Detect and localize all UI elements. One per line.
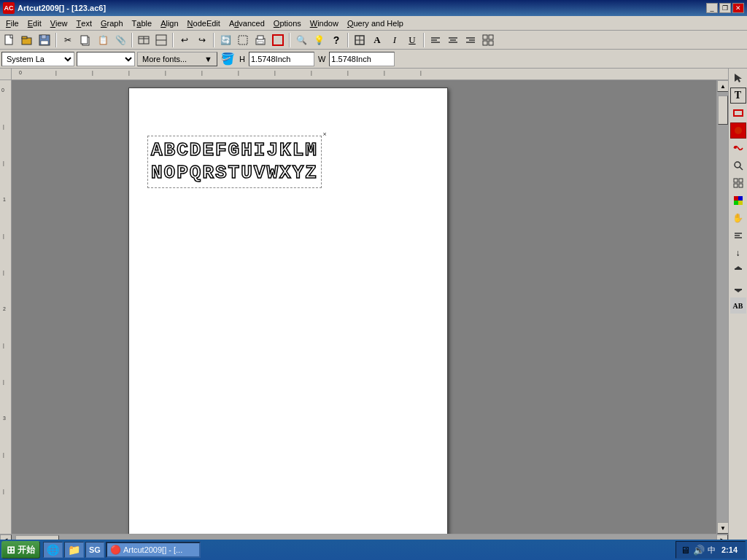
rotate-button[interactable]: 🔄 bbox=[217, 32, 233, 48]
start-label: 开始 bbox=[18, 544, 35, 556]
align-right-button[interactable] bbox=[462, 32, 479, 48]
underline-button[interactable]: U bbox=[404, 32, 420, 48]
select-button[interactable] bbox=[352, 32, 368, 48]
red-tool-button[interactable] bbox=[730, 122, 746, 139]
italic-button[interactable]: I bbox=[387, 32, 403, 48]
zoom-tool-button[interactable] bbox=[730, 158, 746, 174]
cut2-button[interactable] bbox=[270, 32, 286, 48]
more-fonts-button[interactable]: More fonts... ▼ bbox=[137, 52, 217, 66]
copy-button[interactable] bbox=[77, 32, 93, 48]
restore-button[interactable]: ❐ bbox=[719, 3, 731, 13]
taskbar-sg[interactable]: SG bbox=[85, 542, 104, 558]
svg-rect-13 bbox=[239, 36, 247, 44]
toolbar-sep1 bbox=[55, 33, 57, 47]
menu-file[interactable]: File bbox=[1, 16, 23, 30]
svg-marker-52 bbox=[735, 266, 741, 268]
align-center-button[interactable] bbox=[445, 32, 461, 48]
artcut-label: Artcut2009[] - [... bbox=[123, 545, 182, 554]
open-button[interactable] bbox=[19, 32, 35, 48]
svg-rect-17 bbox=[273, 35, 283, 45]
help-button[interactable]: ? bbox=[328, 32, 344, 48]
font-size-select[interactable] bbox=[77, 52, 135, 66]
svg-rect-45 bbox=[738, 196, 743, 201]
svg-rect-33 bbox=[489, 41, 493, 45]
paste2-button[interactable]: 📎 bbox=[112, 32, 128, 48]
text-tool-button[interactable]: T bbox=[730, 88, 746, 104]
align-left-button[interactable] bbox=[427, 32, 444, 48]
network-icon[interactable]: 🖥 bbox=[681, 545, 690, 556]
vscroll-thumb[interactable] bbox=[718, 96, 728, 125]
svg-rect-5 bbox=[41, 41, 48, 44]
menu-edit[interactable]: Edit bbox=[23, 16, 46, 30]
new-button[interactable] bbox=[1, 32, 18, 48]
svg-rect-41 bbox=[739, 179, 743, 182]
down-tool-button[interactable]: ↓ bbox=[730, 245, 746, 261]
vscroll-down-arrow[interactable]: ▼ bbox=[717, 522, 728, 534]
paint-bucket-button[interactable]: 🪣 bbox=[220, 51, 236, 67]
font-bold-button[interactable]: A bbox=[369, 32, 385, 48]
vscroll-track[interactable] bbox=[717, 92, 728, 522]
menu-text[interactable]: Text bbox=[72, 16, 96, 30]
menu-query[interactable]: Query and Help bbox=[343, 16, 408, 30]
menu-table[interactable]: Table bbox=[128, 16, 157, 30]
cut-button[interactable]: ✂ bbox=[60, 32, 76, 48]
canvas-area[interactable]: ABCDEFGHIJKLM NOPQRSTUVWXYZ × bbox=[12, 80, 716, 534]
menu-align[interactable]: Align bbox=[156, 16, 182, 30]
taskbar-ie[interactable]: 🌐 bbox=[43, 542, 63, 558]
undo-button[interactable]: ↩ bbox=[177, 32, 193, 48]
text-line-2: NOPQRSTUVWXYZ bbox=[151, 162, 318, 184]
paste-button[interactable]: 📋 bbox=[95, 32, 111, 48]
ime-icon[interactable]: 中 bbox=[708, 545, 716, 556]
grid-button[interactable] bbox=[480, 32, 496, 48]
wave-tool-button[interactable] bbox=[730, 140, 746, 156]
app-icon: AC bbox=[3, 2, 15, 14]
menu-advanced[interactable]: Advanced bbox=[225, 16, 269, 30]
save-button[interactable] bbox=[36, 32, 53, 48]
grid-tool-button[interactable] bbox=[730, 175, 746, 191]
hand-tool-button[interactable]: ✋ bbox=[730, 210, 746, 226]
h-value-input[interactable] bbox=[249, 52, 314, 66]
t3-button[interactable]: 🔍 bbox=[293, 32, 309, 48]
text-object[interactable]: ABCDEFGHIJKLM NOPQRSTUVWXYZ × bbox=[147, 136, 322, 188]
b1-button[interactable] bbox=[136, 32, 152, 48]
clock: 2:14 bbox=[719, 545, 740, 554]
toolbar-sep2 bbox=[131, 33, 133, 47]
frame-button[interactable] bbox=[235, 32, 251, 48]
toolbar-sep3 bbox=[172, 33, 174, 47]
w-value-input[interactable] bbox=[329, 52, 395, 66]
start-button[interactable]: ⊞ 开始 bbox=[1, 541, 40, 559]
windows-logo: ⊞ bbox=[7, 544, 15, 556]
toolbar-sep6 bbox=[347, 33, 349, 47]
sound-icon[interactable]: 🔊 bbox=[693, 545, 705, 556]
menu-window[interactable]: Window bbox=[306, 16, 343, 30]
up-tool-button[interactable] bbox=[730, 262, 746, 279]
print-button[interactable] bbox=[252, 32, 268, 48]
h-label: H bbox=[238, 55, 247, 63]
menu-nodeedit[interactable]: NodeEdit bbox=[183, 16, 225, 30]
menu-view[interactable]: View bbox=[46, 16, 72, 30]
colors-tool-button[interactable] bbox=[730, 192, 746, 209]
svg-marker-34 bbox=[735, 74, 742, 82]
taskbar-folder[interactable]: 📁 bbox=[64, 542, 84, 558]
folder-icon: 📁 bbox=[68, 544, 80, 556]
svg-rect-46 bbox=[734, 201, 738, 205]
menu-options[interactable]: Options bbox=[269, 16, 306, 30]
left-ruler: 0 | | 1 | | 2 | | 3 | | bbox=[0, 80, 12, 534]
minimize-button[interactable]: _ bbox=[706, 3, 718, 13]
t4-button[interactable]: 💡 bbox=[311, 32, 327, 48]
close-button[interactable]: ✕ bbox=[732, 3, 744, 13]
down2-tool-button[interactable] bbox=[730, 280, 746, 296]
top-ruler: 0 | | | | | | | | | | | bbox=[12, 69, 728, 80]
arrow-tool-button[interactable] bbox=[730, 70, 746, 86]
ab-tool-button[interactable]: AB bbox=[730, 298, 746, 314]
menu-graph[interactable]: Graph bbox=[96, 16, 128, 30]
font-name-select[interactable]: System La bbox=[1, 52, 74, 66]
align-r-button[interactable] bbox=[730, 228, 746, 244]
rectangle-tool-button[interactable] bbox=[730, 105, 746, 121]
b2-button[interactable] bbox=[153, 32, 169, 48]
vscroll-up-arrow[interactable]: ▲ bbox=[717, 80, 728, 92]
redo-button[interactable]: ↪ bbox=[194, 32, 210, 48]
svg-rect-40 bbox=[734, 179, 738, 182]
text-toolbar: System La More fonts... ▼ 🪣 H W bbox=[0, 50, 747, 69]
taskbar-artcut[interactable]: 🔴 Artcut2009[] - [... bbox=[106, 542, 201, 558]
